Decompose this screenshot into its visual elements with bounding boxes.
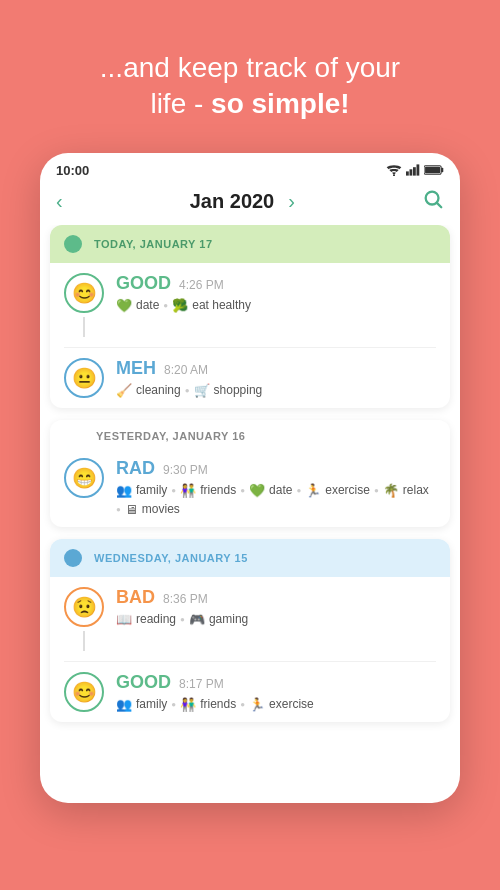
current-month: Jan 2020 bbox=[190, 190, 275, 213]
nav-bar: ‹ Jan 2020 › bbox=[40, 184, 460, 225]
tag-icon-gaming: 🎮 bbox=[189, 612, 205, 627]
svg-rect-6 bbox=[441, 168, 443, 172]
tag-icon-reading: 📖 bbox=[116, 612, 132, 627]
entry-line-bad bbox=[83, 631, 85, 651]
entry-left-bad: 😟 bbox=[64, 587, 104, 651]
tag-label-family2: family bbox=[136, 697, 167, 711]
tag-icon-friends: 👫 bbox=[180, 483, 196, 498]
entry-content-good: GOOD 4:26 PM 💚 date ● 🥦 eat healthy bbox=[116, 273, 436, 313]
tag-icon-family: 👥 bbox=[116, 483, 132, 498]
today-label: TODAY, JANUARY 17 bbox=[94, 238, 213, 250]
entry-content-rad: RAD 9:30 PM 👥 family ● 👫 friends ● 💚 dat… bbox=[116, 458, 436, 517]
tag-icon-shopping: 🛒 bbox=[194, 383, 210, 398]
entry-content-good2: GOOD 8:17 PM 👥 family ● 👫 friends ● 🏃 ex… bbox=[116, 672, 436, 712]
entry-mood-row-bad: BAD 8:36 PM bbox=[116, 587, 436, 608]
tag-label-date: date bbox=[136, 298, 159, 312]
entry-good2: 😊 GOOD 8:17 PM 👥 family ● 👫 friends ● bbox=[50, 662, 450, 722]
svg-rect-7 bbox=[425, 167, 440, 173]
yesterday-label: YESTERDAY, JANUARY 16 bbox=[96, 430, 245, 442]
entry-time-good2: 8:17 PM bbox=[179, 677, 224, 691]
tag-label-family: family bbox=[136, 483, 167, 497]
header-line2-bold: so simple! bbox=[211, 88, 349, 119]
tag-icon-eat: 🥦 bbox=[172, 298, 188, 313]
svg-rect-4 bbox=[417, 165, 420, 176]
tag-icon-relax: 🌴 bbox=[383, 483, 399, 498]
wednesday-dot bbox=[64, 549, 82, 567]
svg-rect-2 bbox=[410, 170, 413, 176]
tag-label-eat: eat healthy bbox=[192, 298, 251, 312]
tag-icon-friends2: 👫 bbox=[180, 697, 196, 712]
status-time: 10:00 bbox=[56, 163, 89, 178]
entry-time-rad: 9:30 PM bbox=[163, 463, 208, 477]
entry-bad: 😟 BAD 8:36 PM 📖 reading ● 🎮 gaming bbox=[50, 577, 450, 661]
tag-icon-family2: 👥 bbox=[116, 697, 132, 712]
tag-label-exercise2: exercise bbox=[269, 697, 314, 711]
mood-circle-meh: 😐 bbox=[64, 358, 104, 398]
battery-icon bbox=[424, 164, 444, 176]
header-line2: life - bbox=[150, 88, 211, 119]
mood-circle-good2: 😊 bbox=[64, 672, 104, 712]
mood-label-bad: BAD bbox=[116, 587, 155, 608]
tags-good2: 👥 family ● 👫 friends ● 🏃 exercise bbox=[116, 697, 436, 712]
tag-label-gaming: gaming bbox=[209, 612, 248, 626]
tag-icon-cleaning: 🧹 bbox=[116, 383, 132, 398]
tag-label-friends: friends bbox=[200, 483, 236, 497]
tag-label-cleaning: cleaning bbox=[136, 383, 181, 397]
nav-center: Jan 2020 › bbox=[190, 190, 295, 213]
entry-good: 😊 GOOD 4:26 PM 💚 date ● 🥦 eat healthy bbox=[50, 263, 450, 347]
entry-rad: 😁 RAD 9:30 PM 👥 family ● 👫 friends ● bbox=[50, 448, 450, 527]
tag-icon-exercise2: 🏃 bbox=[249, 697, 265, 712]
header-section: ...and keep track of your life - so simp… bbox=[70, 0, 430, 153]
prev-month-button[interactable]: ‹ bbox=[56, 190, 63, 213]
mood-circle-good: 😊 bbox=[64, 273, 104, 313]
svg-line-9 bbox=[437, 203, 441, 207]
tag-icon-date: 💚 bbox=[116, 298, 132, 313]
next-month-button[interactable]: › bbox=[288, 190, 295, 213]
tag-icon-date2: 💚 bbox=[249, 483, 265, 498]
mood-label-meh: MEH bbox=[116, 358, 156, 379]
tag-label-exercise: exercise bbox=[325, 483, 370, 497]
entry-line-good bbox=[83, 317, 85, 337]
tag-icon-exercise: 🏃 bbox=[305, 483, 321, 498]
entry-time-bad: 8:36 PM bbox=[163, 592, 208, 606]
day-header-today: TODAY, JANUARY 17 bbox=[50, 225, 450, 263]
mood-circle-rad: 😁 bbox=[64, 458, 104, 498]
status-icons bbox=[386, 164, 444, 176]
entry-left-meh: 😐 bbox=[64, 358, 104, 398]
entry-left-good: 😊 bbox=[64, 273, 104, 337]
tags-meh: 🧹 cleaning ● 🛒 shopping bbox=[116, 383, 436, 398]
tag-label-reading: reading bbox=[136, 612, 176, 626]
day-header-yesterday: YESTERDAY, JANUARY 16 bbox=[50, 420, 450, 448]
svg-point-0 bbox=[393, 175, 395, 177]
phone-container: 10:00 ‹ bbox=[40, 153, 460, 803]
mood-circle-bad: 😟 bbox=[64, 587, 104, 627]
tags-good: 💚 date ● 🥦 eat healthy bbox=[116, 298, 436, 313]
signal-icon bbox=[406, 164, 420, 176]
entry-mood-row-good2: GOOD 8:17 PM bbox=[116, 672, 436, 693]
wifi-icon bbox=[386, 164, 402, 176]
tag-label-movies: movies bbox=[142, 502, 180, 516]
entry-mood-row-meh: MEH 8:20 AM bbox=[116, 358, 436, 379]
scroll-area[interactable]: TODAY, JANUARY 17 😊 GOOD 4:26 PM 💚 bbox=[40, 225, 460, 795]
entry-mood-row-good: GOOD 4:26 PM bbox=[116, 273, 436, 294]
tags-bad: 📖 reading ● 🎮 gaming bbox=[116, 612, 436, 627]
mood-label-good2: GOOD bbox=[116, 672, 171, 693]
tags-rad: 👥 family ● 👫 friends ● 💚 date ● 🏃 exerci… bbox=[116, 483, 436, 517]
day-section-yesterday: YESTERDAY, JANUARY 16 😁 RAD 9:30 PM 👥 fa… bbox=[50, 420, 450, 527]
header-line1: ...and keep track of your bbox=[100, 52, 400, 83]
svg-rect-1 bbox=[406, 172, 409, 176]
svg-rect-3 bbox=[413, 167, 416, 175]
entry-left-rad: 😁 bbox=[64, 458, 104, 498]
mood-label-good: GOOD bbox=[116, 273, 171, 294]
entry-content-meh: MEH 8:20 AM 🧹 cleaning ● 🛒 shopping bbox=[116, 358, 436, 398]
search-icon[interactable] bbox=[422, 188, 444, 215]
tag-label-relax: relax bbox=[403, 483, 429, 497]
tag-label-date2: date bbox=[269, 483, 292, 497]
tag-icon-movies: 🖥 bbox=[125, 502, 138, 517]
entry-time-good: 4:26 PM bbox=[179, 278, 224, 292]
wednesday-label: WEDNESDAY, JANUARY 15 bbox=[94, 552, 248, 564]
today-dot bbox=[64, 235, 82, 253]
day-header-wednesday: WEDNESDAY, JANUARY 15 bbox=[50, 539, 450, 577]
day-section-today: TODAY, JANUARY 17 😊 GOOD 4:26 PM 💚 bbox=[50, 225, 450, 408]
entry-left-good2: 😊 bbox=[64, 672, 104, 712]
